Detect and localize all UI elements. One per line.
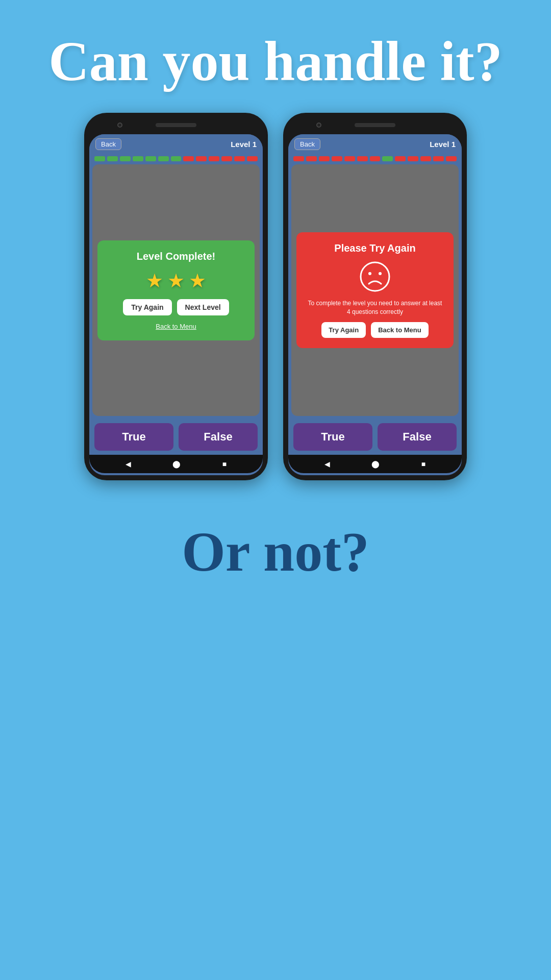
header-left: Back Level 1 — [89, 134, 263, 154]
phone-right: Back Level 1 P — [283, 113, 467, 480]
back-nav-right: ◀ — [324, 460, 330, 468]
svg-point-2 — [379, 272, 382, 275]
level-label-left: Level 1 — [231, 140, 257, 149]
fail-buttons-row: Try Again Back to Menu — [321, 322, 428, 338]
home-nav-left: ⬤ — [172, 460, 181, 468]
dot-10-right — [408, 156, 418, 161]
dot-8-right — [382, 156, 393, 161]
recent-nav-right: ■ — [421, 460, 425, 468]
star-2: ★ — [167, 270, 185, 292]
nav-bar-right: ◀ ⬤ ■ — [288, 455, 462, 473]
try-again-button-right[interactable]: Try Again — [321, 322, 366, 338]
svg-point-0 — [361, 262, 389, 291]
false-button-right[interactable]: False — [378, 423, 457, 451]
answer-buttons-right: True False — [288, 419, 462, 455]
phones-row: Back Level 1 L — [84, 113, 467, 480]
dot-5-left — [145, 156, 156, 161]
headline: Can you handle it? — [48, 31, 502, 92]
game-area-left: Level Complete! ★ ★ ★ Try Again Next Lev… — [92, 164, 260, 416]
dot-6-right — [357, 156, 368, 161]
dot-4-left — [133, 156, 143, 161]
sad-face-icon — [359, 260, 391, 293]
back-nav-left: ◀ — [126, 460, 131, 468]
phone-notch-right — [288, 118, 462, 132]
dot-4-right — [332, 156, 342, 161]
game-area-right: Please Try Again To complete the level y… — [291, 164, 459, 416]
fail-card: Please Try Again To complete the level y… — [296, 232, 454, 349]
level-label-right: Level 1 — [430, 140, 456, 149]
dot-2-right — [306, 156, 317, 161]
dot-11-right — [420, 156, 431, 161]
back-button-left[interactable]: Back — [95, 138, 121, 150]
true-button-left[interactable]: True — [94, 423, 173, 451]
dot-3-left — [120, 156, 131, 161]
success-title: Level Complete! — [137, 251, 215, 262]
dot-13-left — [247, 156, 258, 161]
speaker-right — [355, 123, 395, 127]
dot-1-right — [293, 156, 304, 161]
fail-title: Please Try Again — [334, 242, 415, 254]
success-buttons-row: Try Again Next Level — [123, 299, 229, 315]
dot-12-left — [234, 156, 245, 161]
next-level-button[interactable]: Next Level — [177, 299, 229, 315]
dot-2-left — [107, 156, 118, 161]
screen-right: Back Level 1 P — [288, 134, 462, 475]
recent-nav-left: ■ — [222, 460, 227, 468]
nav-bar-left: ◀ ⬤ ■ — [89, 455, 263, 473]
camera-left — [117, 122, 122, 128]
dot-12-right — [433, 156, 444, 161]
tagline: Or not? — [182, 521, 369, 583]
dot-13-right — [446, 156, 457, 161]
star-1: ★ — [146, 270, 163, 292]
dot-6-left — [158, 156, 169, 161]
phone-notch-left — [89, 118, 263, 132]
svg-point-1 — [368, 272, 371, 275]
header-right: Back Level 1 — [288, 134, 462, 154]
success-card: Level Complete! ★ ★ ★ Try Again Next Lev… — [97, 240, 255, 340]
home-nav-right: ⬤ — [371, 460, 380, 468]
true-button-right[interactable]: True — [293, 423, 372, 451]
try-again-button-left[interactable]: Try Again — [123, 299, 171, 315]
dot-9-left — [196, 156, 207, 161]
stars-row: ★ ★ ★ — [146, 270, 206, 292]
dot-10-left — [209, 156, 219, 161]
screen-left: Back Level 1 L — [89, 134, 263, 475]
dot-7-left — [171, 156, 182, 161]
answer-buttons-left: True False — [89, 419, 263, 455]
phone-left: Back Level 1 L — [84, 113, 268, 480]
dot-8-left — [183, 156, 194, 161]
false-button-left[interactable]: False — [179, 423, 258, 451]
fail-description: To complete the level you need to answer… — [306, 299, 444, 316]
dot-9-right — [395, 156, 406, 161]
dot-3-right — [319, 156, 330, 161]
dot-7-right — [370, 156, 381, 161]
star-3: ★ — [189, 270, 206, 292]
camera-right — [316, 122, 321, 128]
dot-1-left — [94, 156, 105, 161]
back-to-menu-left[interactable]: Back to Menu — [156, 323, 196, 330]
progress-bar-right — [288, 154, 462, 164]
dot-11-left — [221, 156, 232, 161]
progress-bar-left — [89, 154, 263, 164]
speaker-left — [156, 123, 196, 127]
back-to-menu-button-right[interactable]: Back to Menu — [371, 322, 429, 338]
back-button-right[interactable]: Back — [294, 138, 320, 150]
dot-5-right — [344, 156, 355, 161]
